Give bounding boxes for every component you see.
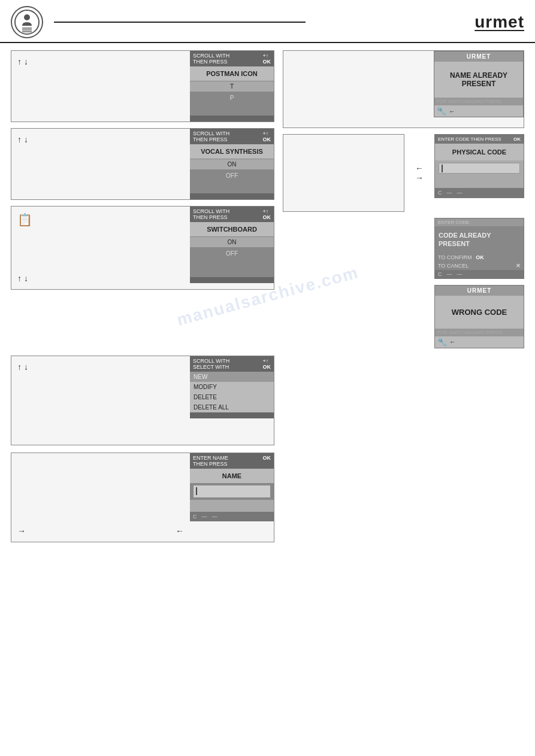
doc-icon: 📋 [17,212,184,227]
panel-vocal-screen: SCROLL WITH THEN PRESS +↑ OK VOCAL SYNTH… [190,129,274,199]
code-present-row: ENTER CODE CODE ALREADY PRESENT TO CONFI… [283,218,524,279]
wrench-icon-2: 🔧 [437,338,447,347]
physical-code-title: PHYSICAL CODE [435,144,524,160]
scroll-menu-modify: MODIFY [190,382,274,392]
physical-code-row: ← → ENTER CODE THEN PRESS OK PHYSICAL CO… [283,134,524,212]
bottom-left-section: ↑ ↓ SCROLL WITH SELECT WITH +↑ OK [11,356,274,445]
code-footer-c: C [438,271,442,277]
name-present-urmet: URMET [434,51,523,62]
switchboard-ok-label: +↑ OK [263,208,271,220]
name-present-bottom2: 🔧 ← [434,105,523,117]
scroll-menu-scroll-label: SCROLL WITH SELECT WITH [193,358,229,370]
logo-icon [11,6,43,38]
logo-area [11,6,306,38]
left-column: ↑ ↓ SCROLL WITH THEN PRESS +↑ OK [11,50,274,348]
physical-code-screen-wrap: ENTER CODE THEN PRESS OK PHYSICAL CODE C… [434,134,524,212]
wrong-code-bottom2: 🔧 ← [435,336,524,348]
postman-screen-header: SCROLL WITH THEN PRESS +↑ OK [190,51,274,66]
to-confirm-label: TO CONFIRM OK [438,254,484,260]
page-header: urmet [0,0,535,43]
name-footer-c: C [193,514,197,520]
switchboard-option2: OFF [190,248,274,259]
to-cancel-label: TO CANCEL [438,263,468,269]
switchboard-option1: ON [190,237,274,247]
panel-postman: ↑ ↓ SCROLL WITH THEN PRESS +↑ OK [11,50,274,122]
code-footer-dash2: — [457,271,463,277]
name-present-screen: URMET NAME ALREADY PRESENT FOR SWITCHBOA… [434,51,524,117]
panel-switchboard-screen: SCROLL WITH THEN PRESS +↑ OK SWITCHBOARD… [190,207,274,289]
header-line [54,22,306,23]
cancel-x-icon: ✕ [516,263,521,269]
enter-code-label: ENTER CODE THEN PRESS [438,136,501,142]
enter-code-ok: OK [513,136,521,142]
panel-scroll-left: ↑ ↓ [11,356,190,445]
code-already-text: CODE ALREADY PRESENT [439,231,520,248]
scroll-menu-header: SCROLL WITH SELECT WITH +↑ OK [190,356,274,372]
vocal-option2: OFF [190,171,274,181]
panel-switchboard: 📋 ↑ ↓ SCROLL WITH THEN PRESS +↑ [11,206,274,290]
panel-name-left: → ← [11,453,190,542]
right-panel1-screen: URMET NAME ALREADY PRESENT FOR SWITCHBOA… [434,51,524,127]
name-present-bottom: FOR SWITCHBOARD PRESS [434,98,523,105]
vocal-screen-header: SCROLL WITH THEN PRESS +↑ OK [190,129,274,144]
arrow-right-name: → [17,526,26,536]
name-footer-dash1: — [202,514,207,520]
wrong-code-bottom: FOR SWITCHBOARD PRESS [435,329,524,336]
enter-name-screen: ENTER NAME THEN PRESS OK NAME C — [190,453,274,521]
code-present-body: CODE ALREADY PRESENT [435,226,524,253]
physical-code-footer: C — — [435,188,524,198]
brand-name: urmet [474,13,524,32]
name-left-section: → ← ENTER NAME THEN PRESS OK NAME [11,453,274,542]
scroll-menu-ok-label: +↑ OK [263,358,271,370]
ok-label-1: +↑ OK [263,53,271,65]
vocal-screen: SCROLL WITH THEN PRESS +↑ OK VOCAL SYNTH… [190,129,274,199]
panel-scroll-screen: SCROLL WITH SELECT WITH +↑ OK NEW MODIFY… [190,356,274,445]
vocal-footer [190,193,274,199]
postman-option1: T [190,81,274,92]
arrow-left-name: ← [176,526,184,536]
code-present-footer: C — — [435,270,524,278]
updown-arrows-2: ↑ ↓ [17,135,184,144]
panel-vocal-left: ↑ ↓ [11,129,190,199]
footer-c: C [438,190,442,196]
scroll-label-1: SCROLL WITH THEN PRESS [193,53,229,65]
bottom-section: ↑ ↓ SCROLL WITH SELECT WITH +↑ OK [11,356,524,445]
enter-name-header: ENTER NAME THEN PRESS OK [190,453,274,469]
right-column: URMET NAME ALREADY PRESENT FOR SWITCHBOA… [283,50,524,348]
code-footer-dash1: — [447,271,452,277]
name-present-body: NAME ALREADY PRESENT [434,62,523,98]
arrow-left-icon: ← [415,163,424,173]
wrench-icon: 🔧 [437,107,446,116]
main-layout: ↑ ↓ SCROLL WITH THEN PRESS +↑ OK [11,50,524,348]
right-panel-name-present: URMET NAME ALREADY PRESENT FOR SWITCHBOA… [283,50,524,128]
panel-switchboard-left: 📋 ↑ ↓ [11,207,190,289]
panel-name-screen: ENTER NAME THEN PRESS OK NAME C — [190,453,274,542]
switchboard-footer [190,277,274,283]
switchboard-title: SWITCHBOARD [190,222,274,236]
updown-arrows-1: ↑ ↓ [17,57,184,66]
svg-point-1 [24,14,30,20]
arrow-icon-small-2: ← [449,338,456,345]
enter-code-header: ENTER CODE THEN PRESS OK [435,135,524,144]
panel-postman-screen: SCROLL WITH THEN PRESS +↑ OK POSTMAN ICO… [190,51,274,122]
footer-dash1: — [447,190,452,196]
updown-arrows-scroll: ↑ ↓ [17,362,184,372]
name-input[interactable] [194,485,270,497]
code-present-cancel-row: TO CANCEL ✕ [435,262,524,270]
code-present-screen-wrap: ENTER CODE CODE ALREADY PRESENT TO CONFI… [434,218,524,279]
name-section: → ← ENTER NAME THEN PRESS OK NAME [11,453,524,542]
panel-scroll-menu: ↑ ↓ SCROLL WITH SELECT WITH +↑ OK [11,356,274,445]
code-present-screen: ENTER CODE CODE ALREADY PRESENT TO CONFI… [434,218,524,279]
vocal-scroll-label: SCROLL WITH THEN PRESS [193,130,229,142]
switchboard-screen: SCROLL WITH THEN PRESS +↑ OK SWITCHBOARD… [190,207,274,283]
enter-name-label: ENTER NAME THEN PRESS [193,455,228,467]
name-footer-dash2: — [212,514,217,520]
wrong-code-screen-wrap: URMET WRONG CODE FOR SWITCHBOARD PRESS 🔧… [434,285,524,348]
panel-postman-left: ↑ ↓ [11,51,190,122]
vocal-option1: ON [190,159,274,169]
right-panel1-left [283,51,434,127]
arrow-icon-small: ← [449,108,455,115]
enter-name-ok: OK [263,455,271,467]
vocal-title: VOCAL SYNTHESIS [190,144,274,159]
switchboard-scroll-label: SCROLL WITH THEN PRESS [193,208,229,220]
